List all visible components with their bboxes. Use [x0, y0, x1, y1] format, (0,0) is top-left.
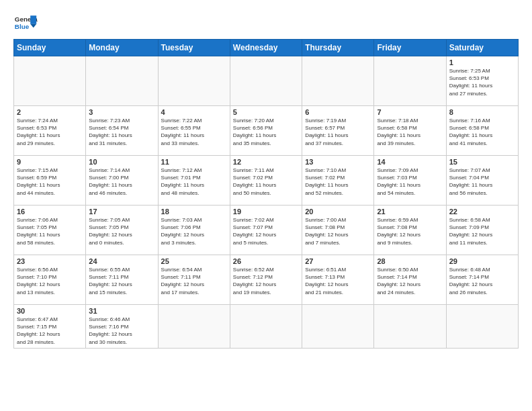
weekday-header-saturday: Saturday: [446, 40, 518, 56]
day-info: Sunrise: 6:55 AM Sunset: 7:11 PM Dayligh…: [89, 266, 154, 296]
day-cell: 4Sunrise: 7:22 AM Sunset: 6:55 PM Daylig…: [158, 106, 230, 156]
day-cell: 9Sunrise: 7:15 AM Sunset: 6:59 PM Daylig…: [14, 156, 86, 205]
day-number: 2: [17, 108, 83, 116]
day-number: 13: [305, 158, 371, 166]
day-cell: 20Sunrise: 7:00 AM Sunset: 7:08 PM Dayli…: [302, 205, 374, 255]
day-cell: 22Sunrise: 6:58 AM Sunset: 7:09 PM Dayli…: [446, 205, 518, 255]
day-cell: 14Sunrise: 7:09 AM Sunset: 7:03 PM Dayli…: [374, 156, 446, 205]
day-cell: 25Sunrise: 6:54 AM Sunset: 7:11 PM Dayli…: [158, 255, 230, 305]
day-cell: 8Sunrise: 7:16 AM Sunset: 6:58 PM Daylig…: [446, 106, 518, 156]
day-info: Sunrise: 7:10 AM Sunset: 7:02 PM Dayligh…: [305, 167, 371, 197]
day-cell: [302, 305, 374, 349]
day-number: 20: [305, 208, 371, 216]
day-info: Sunrise: 7:25 AM Sunset: 6:53 PM Dayligh…: [449, 67, 515, 97]
day-number: 6: [305, 108, 371, 116]
week-row-2: 9Sunrise: 7:15 AM Sunset: 6:59 PM Daylig…: [14, 156, 519, 205]
day-number: 23: [17, 257, 83, 265]
day-cell: 10Sunrise: 7:14 AM Sunset: 7:00 PM Dayli…: [86, 156, 158, 205]
day-info: Sunrise: 6:54 AM Sunset: 7:11 PM Dayligh…: [161, 266, 227, 296]
day-cell: 5Sunrise: 7:20 AM Sunset: 6:56 PM Daylig…: [230, 106, 302, 156]
day-number: 28: [377, 257, 443, 265]
day-number: 17: [89, 208, 154, 216]
day-cell: 17Sunrise: 7:05 AM Sunset: 7:05 PM Dayli…: [86, 205, 158, 255]
day-cell: [302, 56, 374, 106]
day-info: Sunrise: 7:19 AM Sunset: 6:57 PM Dayligh…: [305, 117, 371, 147]
day-number: 1: [449, 58, 515, 66]
day-info: Sunrise: 7:18 AM Sunset: 6:58 PM Dayligh…: [377, 117, 443, 147]
day-info: Sunrise: 6:56 AM Sunset: 7:10 PM Dayligh…: [17, 266, 83, 296]
day-number: 14: [377, 158, 443, 166]
day-info: Sunrise: 7:09 AM Sunset: 7:03 PM Dayligh…: [377, 167, 443, 197]
day-info: Sunrise: 7:22 AM Sunset: 6:55 PM Dayligh…: [161, 117, 227, 147]
day-number: 22: [449, 208, 515, 216]
day-cell: [446, 305, 518, 349]
day-cell: 2Sunrise: 7:24 AM Sunset: 6:53 PM Daylig…: [14, 106, 86, 156]
day-cell: 13Sunrise: 7:10 AM Sunset: 7:02 PM Dayli…: [302, 156, 374, 205]
svg-marker-2: [30, 15, 36, 24]
logo: General Blue: [13, 11, 38, 35]
day-number: 18: [161, 208, 227, 216]
weekday-header-sunday: Sunday: [14, 40, 86, 56]
day-cell: 24Sunrise: 6:55 AM Sunset: 7:11 PM Dayli…: [86, 255, 158, 305]
day-cell: 26Sunrise: 6:52 AM Sunset: 7:12 PM Dayli…: [230, 255, 302, 305]
day-cell: 19Sunrise: 7:02 AM Sunset: 7:07 PM Dayli…: [230, 205, 302, 255]
day-number: 25: [161, 257, 227, 265]
day-number: 24: [89, 257, 154, 265]
weekday-header-friday: Friday: [374, 40, 446, 56]
day-info: Sunrise: 7:02 AM Sunset: 7:07 PM Dayligh…: [233, 216, 299, 246]
day-cell: [374, 56, 446, 106]
day-info: Sunrise: 6:51 AM Sunset: 7:13 PM Dayligh…: [305, 266, 371, 296]
day-cell: 23Sunrise: 6:56 AM Sunset: 7:10 PM Dayli…: [14, 255, 86, 305]
day-info: Sunrise: 6:50 AM Sunset: 7:14 PM Dayligh…: [377, 266, 443, 296]
day-info: Sunrise: 7:24 AM Sunset: 6:53 PM Dayligh…: [17, 117, 83, 147]
day-info: Sunrise: 7:16 AM Sunset: 6:58 PM Dayligh…: [449, 117, 515, 147]
weekday-header-tuesday: Tuesday: [158, 40, 230, 56]
day-info: Sunrise: 7:14 AM Sunset: 7:00 PM Dayligh…: [89, 167, 154, 197]
day-cell: 16Sunrise: 7:06 AM Sunset: 7:05 PM Dayli…: [14, 205, 86, 255]
week-row-3: 16Sunrise: 7:06 AM Sunset: 7:05 PM Dayli…: [14, 205, 519, 255]
day-number: 8: [449, 108, 515, 116]
day-cell: [158, 56, 230, 106]
day-info: Sunrise: 7:15 AM Sunset: 6:59 PM Dayligh…: [17, 167, 83, 197]
header: General Blue: [13, 11, 519, 35]
day-cell: 27Sunrise: 6:51 AM Sunset: 7:13 PM Dayli…: [302, 255, 374, 305]
calendar-page: General Blue SundayMondayTuesdayWednesda…: [0, 0, 532, 355]
day-cell: 28Sunrise: 6:50 AM Sunset: 7:14 PM Dayli…: [374, 255, 446, 305]
day-cell: 7Sunrise: 7:18 AM Sunset: 6:58 PM Daylig…: [374, 106, 446, 156]
day-number: 15: [449, 158, 515, 166]
day-cell: 21Sunrise: 6:59 AM Sunset: 7:08 PM Dayli…: [374, 205, 446, 255]
day-number: 26: [233, 257, 299, 265]
svg-text:Blue: Blue: [15, 23, 30, 30]
day-number: 11: [161, 158, 227, 166]
day-cell: 6Sunrise: 7:19 AM Sunset: 6:57 PM Daylig…: [302, 106, 374, 156]
logo-svg: General Blue: [13, 11, 38, 35]
day-cell: [158, 305, 230, 349]
week-row-1: 2Sunrise: 7:24 AM Sunset: 6:53 PM Daylig…: [14, 106, 519, 156]
day-cell: 12Sunrise: 7:11 AM Sunset: 7:02 PM Dayli…: [230, 156, 302, 205]
calendar-table: SundayMondayTuesdayWednesdayThursdayFrid…: [13, 39, 519, 349]
day-number: 5: [233, 108, 299, 116]
day-cell: 15Sunrise: 7:07 AM Sunset: 7:04 PM Dayli…: [446, 156, 518, 205]
day-number: 7: [377, 108, 443, 116]
day-info: Sunrise: 7:20 AM Sunset: 6:56 PM Dayligh…: [233, 117, 299, 147]
week-row-0: 1Sunrise: 7:25 AM Sunset: 6:53 PM Daylig…: [14, 56, 519, 106]
day-cell: [86, 56, 158, 106]
day-number: 19: [233, 208, 299, 216]
day-info: Sunrise: 6:48 AM Sunset: 7:14 PM Dayligh…: [449, 266, 515, 296]
day-info: Sunrise: 6:59 AM Sunset: 7:08 PM Dayligh…: [377, 216, 443, 246]
svg-marker-3: [30, 24, 36, 28]
week-row-4: 23Sunrise: 6:56 AM Sunset: 7:10 PM Dayli…: [14, 255, 519, 305]
day-info: Sunrise: 7:12 AM Sunset: 7:01 PM Dayligh…: [161, 167, 227, 197]
day-number: 30: [17, 307, 83, 315]
day-info: Sunrise: 7:05 AM Sunset: 7:05 PM Dayligh…: [89, 216, 154, 246]
day-cell: [14, 56, 86, 106]
day-cell: 1Sunrise: 7:25 AM Sunset: 6:53 PM Daylig…: [446, 56, 518, 106]
day-cell: 30Sunrise: 6:47 AM Sunset: 7:15 PM Dayli…: [14, 305, 86, 349]
day-number: 16: [17, 208, 83, 216]
weekday-header-thursday: Thursday: [302, 40, 374, 56]
day-info: Sunrise: 6:52 AM Sunset: 7:12 PM Dayligh…: [233, 266, 299, 296]
day-info: Sunrise: 6:58 AM Sunset: 7:09 PM Dayligh…: [449, 216, 515, 246]
day-cell: 11Sunrise: 7:12 AM Sunset: 7:01 PM Dayli…: [158, 156, 230, 205]
day-number: 3: [89, 108, 154, 116]
day-number: 21: [377, 208, 443, 216]
